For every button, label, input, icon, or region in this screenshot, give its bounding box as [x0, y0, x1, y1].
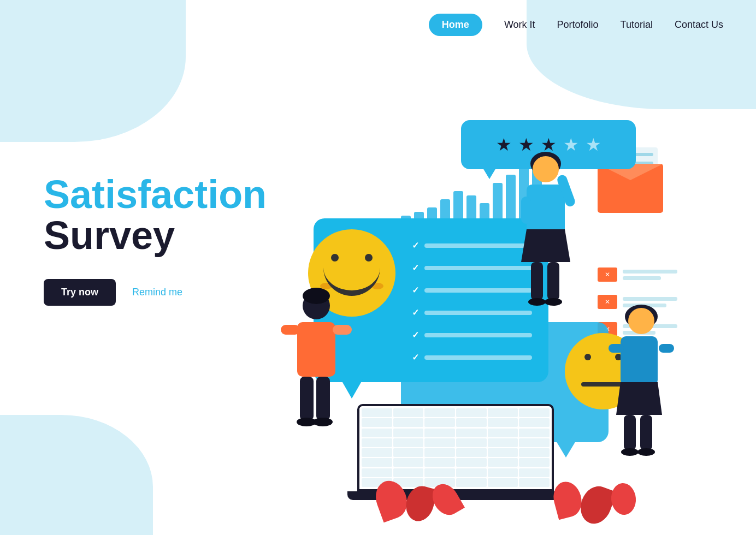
table-cell: [362, 418, 392, 427]
table-cell: [519, 418, 550, 427]
plant-right: [554, 482, 636, 524]
star-5: ★: [586, 134, 601, 155]
table-cell: [393, 468, 424, 477]
table-cell: [393, 448, 424, 457]
svg-point-8: [313, 418, 333, 426]
svg-rect-14: [521, 197, 531, 224]
table-cell: [362, 408, 392, 417]
person-left: [281, 289, 352, 475]
check-icon-6: ✓: [412, 352, 419, 362]
eye-right: [365, 254, 373, 261]
table-cell: [456, 468, 487, 477]
table-cell: [519, 429, 550, 437]
check-line-6: [424, 355, 532, 360]
check-icon-2: ✓: [412, 263, 419, 273]
svg-rect-15: [531, 262, 543, 300]
illustration-area: ✓ ✓ ✓ ✓ ✓ ✓: [275, 55, 756, 524]
star-2: ★: [518, 134, 534, 155]
table-cell: [424, 408, 455, 417]
svg-rect-16: [547, 262, 559, 300]
table-cell: [519, 448, 550, 457]
table-cell: [488, 448, 518, 457]
table-cell: [456, 448, 487, 457]
table-cell: [488, 408, 518, 417]
table-cell: [393, 418, 424, 427]
title-satisfaction: Satisfaction: [44, 175, 267, 214]
laptop-screen: [357, 404, 554, 491]
checklist-item-2: ✓: [412, 263, 532, 273]
check-icon-5: ✓: [412, 330, 419, 340]
nav-item-contact[interactable]: Contact Us: [675, 19, 723, 31]
title-survey: Survey: [44, 214, 267, 257]
try-now-button[interactable]: Try now: [44, 279, 116, 306]
table-cell: [519, 458, 550, 467]
table-cell: [424, 448, 455, 457]
neutral-eye-left: [584, 354, 591, 360]
person-top-right: [516, 153, 576, 338]
table-cell: [488, 418, 518, 427]
table-cell: [393, 408, 424, 417]
table-cell: [362, 458, 392, 467]
table-cell: [424, 468, 455, 477]
svg-point-18: [545, 298, 562, 306]
svg-rect-2: [297, 322, 335, 377]
envelope: [598, 164, 663, 213]
email-text-line-2: [623, 276, 661, 280]
svg-point-28: [637, 448, 655, 456]
email-text-line-1: [623, 270, 677, 274]
table-cell: [456, 429, 487, 437]
svg-rect-25: [624, 415, 636, 450]
table-cell: [456, 438, 487, 447]
svg-point-27: [621, 448, 639, 456]
svg-rect-21: [621, 336, 658, 385]
table-cell: [456, 478, 487, 487]
nav-item-workit[interactable]: Work It: [504, 19, 535, 31]
check-icon-1: ✓: [412, 240, 419, 251]
table-cell: [424, 458, 455, 467]
nav-item-home[interactable]: Home: [429, 14, 482, 36]
plant-left: [376, 480, 458, 521]
checklist-item-4: ✓: [412, 307, 532, 318]
laptop-screen-inner: [359, 406, 552, 489]
svg-rect-6: [316, 377, 330, 420]
table-cell: [519, 478, 550, 487]
eye-left: [331, 254, 339, 261]
checklist-item-1: ✓: [412, 240, 532, 251]
table-cell: [456, 408, 487, 417]
email-icon-small-1: [598, 268, 617, 282]
table-cell: [488, 458, 518, 467]
table-cell: [393, 458, 424, 467]
table-cell: [488, 429, 518, 437]
star-1: ★: [496, 134, 512, 155]
svg-point-17: [528, 298, 546, 306]
table-cell: [519, 438, 550, 447]
svg-point-20: [628, 308, 654, 334]
navigation: Home Work It Portofolio Tutorial Contact…: [0, 0, 756, 49]
svg-rect-23: [609, 344, 624, 353]
star-4: ★: [563, 134, 579, 155]
svg-marker-22: [616, 382, 662, 415]
svg-marker-12: [521, 229, 570, 262]
email-text-line-3: [623, 297, 677, 301]
table-cell: [456, 418, 487, 427]
email-small-1: [598, 268, 677, 282]
table-cell: [424, 438, 455, 447]
table-cell: [488, 478, 518, 487]
svg-rect-11: [527, 185, 565, 236]
svg-rect-4: [333, 325, 352, 335]
table-cell: [362, 429, 392, 437]
nav-item-tutorial[interactable]: Tutorial: [621, 19, 653, 31]
table-cell: [456, 458, 487, 467]
table-cell: [393, 429, 424, 437]
svg-point-10: [533, 156, 559, 182]
checklist-item-5: ✓: [412, 330, 532, 340]
star-3: ★: [541, 134, 557, 155]
person-bottom-right: [609, 306, 674, 475]
checklist-item-3: ✓: [412, 285, 532, 295]
checklist: ✓ ✓ ✓ ✓ ✓ ✓: [412, 240, 532, 374]
remind-me-button[interactable]: Remind me: [132, 287, 182, 298]
nav-item-portofolio[interactable]: Portofolio: [557, 19, 599, 31]
svg-rect-5: [300, 377, 314, 420]
check-icon-4: ✓: [412, 307, 419, 318]
button-row: Try now Remind me: [44, 279, 267, 306]
